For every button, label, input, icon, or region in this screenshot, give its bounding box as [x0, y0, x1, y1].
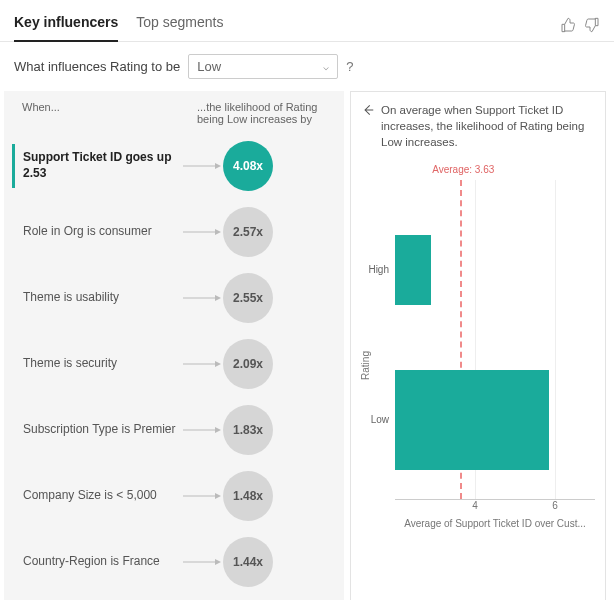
question-row: What influences Rating to be Low ⌵ ?: [0, 42, 614, 91]
average-label: Average: 3.63: [432, 164, 494, 175]
influencer-label: Theme is usability: [23, 290, 183, 306]
then-header: ...the likelihood of Rating being Low in…: [197, 101, 332, 125]
chart-bar: [395, 370, 549, 470]
chart-bar: [395, 235, 431, 305]
influencer-row[interactable]: Role in Org is consumer 2.57x: [12, 201, 336, 263]
influencer-label: Country-Region is France: [23, 554, 183, 570]
connector-arrow-icon: [183, 298, 223, 299]
back-arrow-icon[interactable]: [361, 103, 375, 117]
tab-top-segments[interactable]: Top segments: [136, 8, 223, 41]
influencer-label: Subscription Type is Premier: [23, 422, 183, 438]
category-label: Low: [359, 414, 389, 425]
influencer-row[interactable]: Company Size is < 5,000 1.48x: [12, 465, 336, 527]
influencer-label: Company Size is < 5,000: [23, 488, 183, 504]
multiplier-bubble: 1.48x: [223, 471, 273, 521]
multiplier-bubble: 1.83x: [223, 405, 273, 455]
connector-arrow-icon: [183, 430, 223, 431]
multiplier-bubble: 2.55x: [223, 273, 273, 323]
influencer-row[interactable]: Subscription Type is Premier 1.83x: [12, 399, 336, 461]
svg-marker-11: [215, 493, 221, 499]
help-icon[interactable]: ?: [346, 59, 353, 74]
influencers-panel: When... ...the likelihood of Rating bein…: [4, 91, 344, 600]
svg-marker-3: [215, 229, 221, 235]
question-prefix: What influences Rating to be: [14, 59, 180, 74]
influencer-label: Theme is security: [23, 356, 183, 372]
influencer-row[interactable]: Country-Region is France 1.44x: [12, 531, 336, 593]
influencer-row[interactable]: Support Ticket ID goes up 2.53 4.08x: [12, 135, 336, 197]
chevron-down-icon: ⌵: [323, 61, 329, 72]
svg-marker-1: [215, 163, 221, 169]
svg-marker-9: [215, 427, 221, 433]
connector-arrow-icon: [183, 166, 223, 167]
target-value-dropdown[interactable]: Low ⌵: [188, 54, 338, 79]
svg-marker-5: [215, 295, 221, 301]
detail-panel: On average when Support Ticket ID increa…: [350, 91, 606, 600]
x-axis-label: Average of Support Ticket ID over Cust..…: [395, 518, 595, 529]
tab-key-influencers[interactable]: Key influencers: [14, 8, 118, 42]
connector-arrow-icon: [183, 562, 223, 563]
connector-arrow-icon: [183, 364, 223, 365]
thumbs-up-icon[interactable]: [560, 17, 576, 33]
influencer-label: Support Ticket ID goes up 2.53: [23, 150, 183, 181]
thumbs-down-icon[interactable]: [584, 17, 600, 33]
multiplier-bubble: 4.08x: [223, 141, 273, 191]
x-tick: 6: [552, 500, 558, 511]
y-axis-label: Rating: [360, 351, 371, 380]
visual-tabs: Key influencers Top segments: [14, 8, 223, 41]
connector-arrow-icon: [183, 232, 223, 233]
svg-marker-7: [215, 361, 221, 367]
influencer-label: Role in Org is consumer: [23, 224, 183, 240]
multiplier-bubble: 1.44x: [223, 537, 273, 587]
dropdown-selected-value: Low: [197, 59, 221, 74]
connector-arrow-icon: [183, 496, 223, 497]
when-header: When...: [22, 101, 197, 125]
multiplier-bubble: 2.09x: [223, 339, 273, 389]
multiplier-bubble: 2.57x: [223, 207, 273, 257]
detail-text: On average when Support Ticket ID increa…: [381, 102, 595, 150]
influencer-row[interactable]: Theme is usability 2.55x: [12, 267, 336, 329]
x-tick: 4: [472, 500, 478, 511]
influencer-row[interactable]: Theme is security 2.09x: [12, 333, 336, 395]
category-label: High: [359, 264, 389, 275]
svg-marker-13: [215, 559, 221, 565]
detail-chart: Rating Average: 3.63 HighLow 46 Average …: [395, 180, 595, 540]
